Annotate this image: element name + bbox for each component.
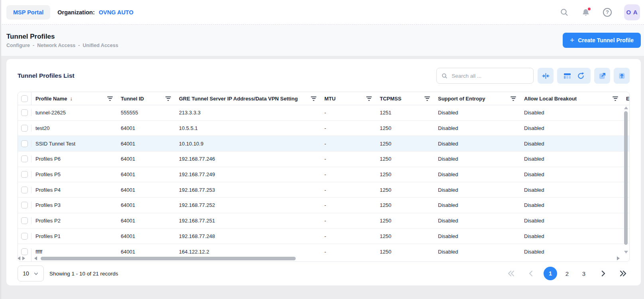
row-checkbox[interactable] <box>21 109 28 116</box>
columns-refresh-button-group[interactable] <box>557 68 591 84</box>
cell-profile_name: Profiles P3 <box>31 202 117 208</box>
search-button[interactable] <box>557 5 571 20</box>
scroll-right-arrow-icon[interactable] <box>22 256 25 260</box>
cell-allow_local_breakout: Disabled <box>520 171 622 177</box>
cell-support_of_entropy: Disabled <box>434 141 520 147</box>
row-checkbox-cell <box>18 140 31 147</box>
breadcrumb-item[interactable]: Network Access <box>37 43 75 48</box>
cell-tunnel_id: 64001 <box>117 156 175 162</box>
row-checkbox-cell <box>18 155 31 162</box>
breadcrumb-item[interactable]: Unified Access <box>83 43 118 48</box>
row-checkbox[interactable] <box>21 125 28 132</box>
column-header[interactable]: GRE Tunnel Server IP Address/Data VPN Se… <box>175 92 320 105</box>
table-row[interactable]: Profiles P164001192.168.77.248-1250Disab… <box>18 229 629 244</box>
table-row[interactable]: SSID Tunnel Test6400110.10.10.9-1250Disa… <box>18 136 629 151</box>
fit-columns-button[interactable] <box>538 68 554 84</box>
last-page-button[interactable] <box>616 267 630 280</box>
row-checkbox[interactable] <box>21 187 28 193</box>
cell-mtu: - <box>320 202 376 208</box>
pagination: 123 <box>505 267 630 280</box>
page-button[interactable]: 3 <box>577 267 591 280</box>
row-checkbox[interactable] <box>21 248 28 255</box>
cell-profile_name: test20 <box>31 125 117 131</box>
help-button[interactable]: ? <box>600 5 615 20</box>
column-header[interactable]: Tunnel ID <box>117 92 175 105</box>
cell-allow_local_breakout: Disabled <box>520 187 622 193</box>
avatar[interactable]: O A <box>624 4 640 20</box>
scroll-right-arrow-icon[interactable] <box>617 256 620 260</box>
cell-gre_ip: 192.168.77.253 <box>175 187 320 193</box>
scroll-up-arrow-icon[interactable] <box>624 106 628 109</box>
row-checkbox[interactable] <box>21 202 28 209</box>
cell-profile_name: tunnel-22625 <box>31 110 117 116</box>
page-size-select[interactable]: 10 <box>18 266 44 281</box>
notifications-button[interactable] <box>579 5 593 20</box>
first-page-button[interactable] <box>505 267 518 280</box>
table-row[interactable]: Profiles P664001192.168.77.246-1250Disab… <box>18 151 629 167</box>
scroll-down-arrow-icon[interactable] <box>624 251 628 254</box>
create-tunnel-profile-button[interactable]: + Create Tunnel Profile <box>563 33 641 48</box>
column-header[interactable]: E <box>622 92 630 105</box>
search-icon <box>560 8 569 17</box>
open-in-new-icon <box>598 72 607 80</box>
filter-icon[interactable] <box>107 96 113 101</box>
column-header[interactable]: Support of Entropy <box>434 92 520 105</box>
msp-portal-button[interactable]: MSP Portal <box>6 5 50 20</box>
table-row[interactable]: Profiles P564001192.168.77.249-1250Disab… <box>18 167 629 183</box>
cell-profile_name: Profiles P4 <box>31 187 117 193</box>
cell-allow_local_breakout: Disabled <box>520 218 622 224</box>
table-row[interactable]: Profiles P264001192.168.77.251-1250Disab… <box>18 213 629 229</box>
page-numbers: 123 <box>544 267 591 280</box>
cell-tcpmss: 1250 <box>376 125 434 131</box>
breadcrumb: Configure-Network Access-Unified Access <box>6 43 118 48</box>
organization-name[interactable]: OVNG AUTO <box>99 9 134 16</box>
row-checkbox[interactable] <box>21 217 28 224</box>
cell-support_of_entropy: Disabled <box>434 156 520 162</box>
filter-icon[interactable] <box>366 96 372 101</box>
filter-icon[interactable] <box>510 96 516 101</box>
horizontal-scrollbar-thumb[interactable] <box>41 257 296 260</box>
breadcrumb-separator: - <box>78 43 80 48</box>
cell-profile_name: fffff <box>31 249 117 255</box>
previous-page-button[interactable] <box>524 267 538 280</box>
next-page-button[interactable] <box>597 267 610 280</box>
breadcrumb-item[interactable]: Configure <box>6 43 30 48</box>
filter-icon[interactable] <box>311 96 316 101</box>
select-all-checkbox[interactable] <box>21 95 28 102</box>
filter-icon[interactable] <box>165 96 171 101</box>
filter-icon[interactable] <box>613 96 618 101</box>
scroll-left-arrow-icon[interactable] <box>34 256 37 260</box>
filter-icon[interactable] <box>424 96 430 101</box>
column-label: TCPMSS <box>380 96 401 102</box>
horizontal-scrollbar[interactable] <box>18 255 629 262</box>
table-row[interactable]: Profiles P364001192.168.77.252-1250Disab… <box>18 198 629 213</box>
table-row[interactable]: Profiles P464001192.168.77.253-1250Disab… <box>18 182 629 198</box>
organization-label: Organization: <box>57 9 94 16</box>
column-header[interactable]: Allow Local Breakout <box>520 92 622 105</box>
column-header[interactable]: TCPMSS <box>376 92 434 105</box>
cell-support_of_entropy: Disabled <box>434 110 520 116</box>
column-label: Support of Entropy <box>438 96 485 102</box>
cell-mtu: - <box>320 171 376 177</box>
cell-gre_ip: 192.168.77.251 <box>175 218 320 224</box>
open-in-new-button[interactable] <box>594 68 610 84</box>
row-checkbox[interactable] <box>21 233 28 240</box>
cell-mtu: - <box>320 187 376 193</box>
row-checkbox[interactable] <box>21 155 28 162</box>
table-row[interactable]: test206400110.5.5.1-1250DisabledDisabled <box>18 121 629 136</box>
column-header[interactable]: Profile Name↓ <box>31 92 117 105</box>
column-header[interactable]: MTU <box>320 92 376 105</box>
vertical-scrollbar-thumb[interactable] <box>624 111 628 245</box>
search-input[interactable] <box>451 73 528 79</box>
vertical-scrollbar[interactable] <box>624 106 628 254</box>
cell-tunnel_id: 64001 <box>117 125 175 131</box>
export-button[interactable] <box>614 68 630 84</box>
scroll-left-arrow-icon[interactable] <box>18 256 20 260</box>
table-row[interactable]: tunnel-22625555555213.3.3.3-1251Disabled… <box>18 105 629 121</box>
page-button[interactable]: 2 <box>560 267 574 280</box>
row-checkbox[interactable] <box>21 140 28 147</box>
cell-support_of_entropy: Disabled <box>434 187 520 193</box>
page-button-current[interactable]: 1 <box>544 267 557 280</box>
row-checkbox[interactable] <box>21 171 28 178</box>
frozen-column-scroll[interactable] <box>18 255 31 262</box>
